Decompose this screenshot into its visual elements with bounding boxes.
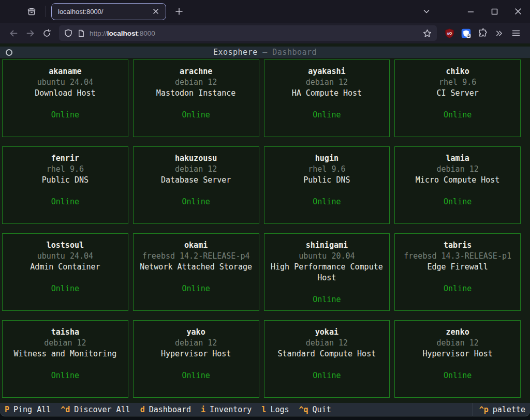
ublock-badge-text: uO [447, 31, 451, 35]
host-card-shinigami[interactable]: shinigami ubuntu 20.04 High Performance … [264, 233, 390, 311]
host-card-arachne[interactable]: arachne debian 12 Mastodon Instance Onli… [133, 59, 259, 137]
host-card-yako[interactable]: yako debian 12 Hypervisor Host Online [133, 320, 259, 398]
host-name: ayakashi [268, 66, 387, 77]
bitwarden-icon[interactable] [458, 25, 474, 41]
host-name: hugin [268, 153, 387, 164]
tab-title: localhost:8000/ [58, 8, 151, 16]
host-status: Online [268, 294, 387, 305]
host-os: debian 12 [398, 338, 517, 349]
host-os: debian 12 [137, 77, 256, 88]
host-os: ubuntu 24.04 [6, 77, 125, 88]
tab-separator [46, 6, 46, 17]
footer-key: i [201, 405, 205, 414]
host-name: taisha [6, 327, 125, 338]
host-card-lostsoul[interactable]: lostsoul ubuntu 24.04 Admin Container On… [2, 233, 128, 311]
host-os: freebsd 14.3-RELEASE-p1 [398, 251, 517, 262]
extensions-puzzle-icon[interactable] [474, 25, 491, 41]
browser-tab[interactable]: localhost:8000/ [51, 3, 166, 20]
host-name: lamia [398, 153, 517, 164]
page-info-icon[interactable] [77, 29, 85, 37]
host-os: rhel 9.6 [6, 164, 125, 175]
host-os: debian 12 [398, 164, 517, 175]
host-os: debian 12 [6, 338, 125, 349]
app-title-separator: — [258, 48, 273, 57]
url-text[interactable]: http://localhost:8000 [90, 29, 418, 37]
host-name: chiko [398, 66, 517, 77]
footer-label: Inventory [210, 405, 252, 414]
url-port: :8000 [138, 29, 155, 37]
host-status: Online [137, 197, 256, 207]
footer-key: P [5, 405, 9, 414]
host-card-akaname[interactable]: akaname ubuntu 24.04 Download Host Onlin… [2, 59, 128, 137]
host-os: debian 12 [137, 338, 256, 349]
host-role: Admin Container [6, 262, 125, 273]
host-status: Online [137, 370, 256, 381]
app-title-main: Exosphere [213, 48, 258, 57]
host-card-zenko[interactable]: zenko debian 12 Hypervisor Host Online [394, 320, 521, 398]
footer-key: l [261, 405, 266, 414]
url-scheme: http:// [90, 29, 107, 37]
footer-keybindings: PPing All ^dDiscover All dDashboard iInv… [5, 403, 331, 416]
reload-button[interactable] [38, 25, 55, 41]
host-card-hugin[interactable]: hugin rhel 9.6 Public DNS Online [264, 146, 390, 224]
host-card-tabris[interactable]: tabris freebsd 14.3-RELEASE-p1 Edge Fire… [394, 233, 521, 311]
new-tab-button[interactable] [170, 3, 188, 20]
back-button[interactable] [5, 25, 22, 41]
host-name: lostsoul [6, 240, 125, 251]
host-os: debian 12 [268, 338, 387, 349]
host-os: rhel 9.6 [268, 164, 387, 175]
firefox-view-icon[interactable] [24, 4, 39, 19]
footer-separator [473, 403, 473, 416]
list-all-tabs-chevron-icon[interactable] [415, 0, 438, 23]
footer-item-ping-all[interactable]: PPing All [5, 403, 51, 416]
host-name: tabris [398, 240, 517, 251]
host-role: HA Compute Host [268, 88, 387, 99]
footer-label: Dashboard [149, 405, 191, 414]
host-name: yokai [268, 327, 387, 338]
overflow-chevrons-icon[interactable] [491, 25, 507, 41]
bookmark-star-icon[interactable] [423, 29, 432, 38]
host-card-okami[interactable]: okami freebsd 14.2-RELEASE-p4 Network At… [133, 233, 259, 311]
app-menu-hamburger-icon[interactable] [507, 25, 525, 41]
tracking-shield-icon[interactable] [64, 29, 72, 37]
host-card-ayakashi[interactable]: ayakashi debian 12 HA Compute Host Onlin… [264, 59, 390, 137]
window-minimize-button[interactable] [459, 0, 482, 23]
host-role: CI Server [398, 88, 517, 99]
host-card-hakuzousu[interactable]: hakuzousu debian 12 Database Server Onli… [133, 146, 259, 224]
tab-close-icon[interactable] [151, 7, 160, 16]
footer-item-discover-all[interactable]: ^dDiscover All [61, 403, 130, 416]
host-role: Edge Firewall [398, 262, 517, 273]
footer-key: ^p [479, 405, 489, 414]
host-grid: akaname ubuntu 24.04 Download Host Onlin… [2, 59, 521, 398]
host-os: debian 12 [268, 77, 387, 88]
footer-item-palette[interactable]: ^ppalette [479, 403, 525, 416]
footer-item-dashboard[interactable]: dDashboard [140, 403, 191, 416]
host-role: Public DNS [6, 175, 125, 186]
host-card-lamia[interactable]: lamia debian 12 Micro Compute Host Onlin… [394, 146, 521, 224]
host-card-yokai[interactable]: yokai debian 12 Standard Compute Host On… [264, 320, 390, 398]
host-status: Online [6, 110, 125, 121]
host-os: rhel 9.6 [398, 77, 517, 88]
host-card-taisha[interactable]: taisha debian 12 Witness and Monitoring … [2, 320, 128, 398]
ublock-origin-icon[interactable]: uO [441, 25, 458, 41]
host-role: Micro Compute Host [398, 175, 517, 186]
host-name: okami [137, 240, 256, 251]
url-host: localhost [107, 29, 138, 37]
window-close-button[interactable] [506, 0, 530, 23]
browser-toolbar: http://localhost:8000 uO [0, 23, 530, 43]
host-role: Network Attached Storage [137, 262, 256, 273]
footer-item-logs[interactable]: lLogs [261, 403, 289, 416]
host-card-chiko[interactable]: chiko rhel 9.6 CI Server Online [394, 59, 521, 137]
host-status: Online [398, 197, 517, 207]
host-status: Online [137, 283, 256, 294]
footer-item-quit[interactable]: ^qQuit [299, 403, 331, 416]
host-status: Online [268, 197, 387, 207]
forward-button[interactable] [22, 25, 38, 41]
url-bar[interactable]: http://localhost:8000 [59, 25, 437, 41]
footer-item-inventory[interactable]: iInventory [201, 403, 252, 416]
window-maximize-button[interactable] [482, 0, 506, 23]
host-card-fenrir[interactable]: fenrir rhel 9.6 Public DNS Online [2, 146, 128, 224]
host-role: Hypervisor Host [137, 349, 256, 359]
footer-label: Logs [270, 405, 289, 414]
footer-label: palette [493, 405, 525, 414]
